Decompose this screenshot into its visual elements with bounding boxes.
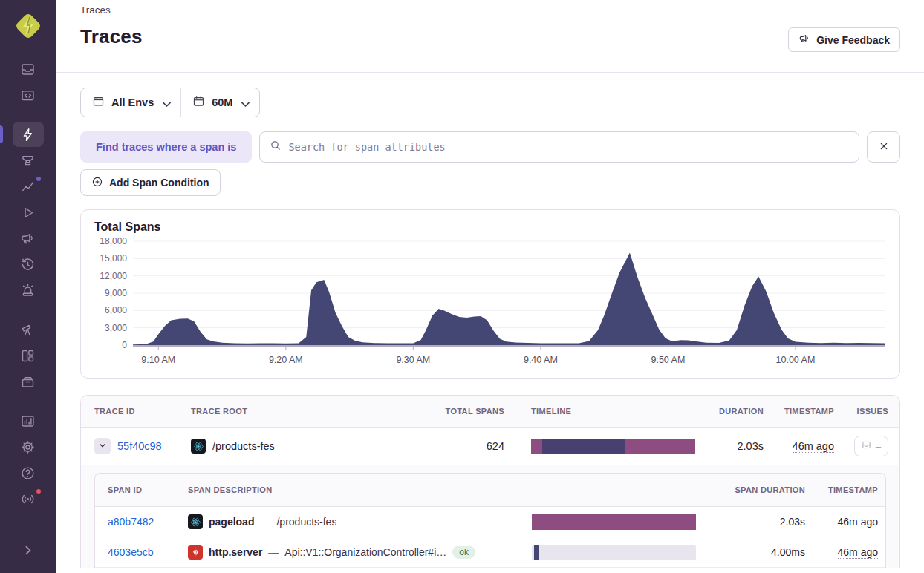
span-duration-value: 4.00ms: [710, 546, 805, 558]
col-duration: Duration: [712, 407, 764, 416]
timeline-bar: [532, 545, 696, 560]
notification-badge-dot: [35, 488, 42, 495]
calendar-icon: [192, 95, 205, 110]
sidebar-item-lightning-icon[interactable]: [13, 122, 44, 147]
timeline-bar: [531, 439, 695, 454]
timestamp-link[interactable]: 46m ago: [838, 546, 878, 559]
search-icon: [270, 140, 282, 154]
search-box[interactable]: [259, 131, 859, 163]
environment-filter-label: All Envs: [111, 96, 154, 108]
sidebar-item-megaphone-icon[interactable]: [13, 226, 44, 251]
sidebar-nav: [0, 56, 56, 460]
ruby-project-icon: [188, 545, 203, 560]
sidebar-item-broadcast-icon[interactable]: [13, 486, 44, 511]
search-row: Find traces where a span is: [80, 131, 900, 163]
sidebar-item-dashboard-icon[interactable]: [13, 343, 44, 368]
span-id-link[interactable]: 4603e5cb: [108, 546, 154, 558]
main-area: Traces Traces Give Feedback All Envs 60M…: [56, 0, 924, 573]
sidebar-item-telescope-icon[interactable]: [13, 317, 44, 342]
total-spans-area-chart: 03,0006,0009,00012,00015,00018,0009:10 A…: [94, 235, 886, 376]
issues-button[interactable]: –: [854, 436, 888, 456]
add-span-condition-button[interactable]: Add Span Condition: [80, 169, 221, 196]
timeline-segment: [532, 514, 696, 530]
trace-root-label: /products-fes: [212, 440, 275, 452]
timestamp-link[interactable]: 46m ago: [838, 516, 878, 528]
col-issues: Issues: [834, 407, 888, 416]
sidebar-item-archive-icon[interactable]: [13, 369, 44, 394]
svg-text:9:30 AM: 9:30 AM: [396, 355, 430, 365]
react-project-icon: [191, 439, 206, 454]
sidebar-item-chart-line-icon[interactable]: [13, 174, 44, 199]
span-table-row[interactable]: 4603e5cb http.server — Api::V1::Organiza…: [95, 537, 885, 568]
issues-count: –: [876, 441, 881, 452]
span-op-label: pageload: [209, 516, 254, 528]
breadcrumb[interactable]: Traces: [80, 4, 900, 16]
col-span-duration: Span Duration: [710, 485, 805, 494]
sidebar-item-help-icon[interactable]: [13, 460, 44, 485]
sidebar-item-stats-icon[interactable]: [13, 408, 44, 433]
trace-table-header: Trace ID Trace Root Total Spans Timeline…: [81, 396, 899, 428]
search-input[interactable]: [288, 141, 849, 153]
sidebar-item-code-folder-icon[interactable]: [13, 82, 44, 108]
plus-circle-icon: [91, 176, 103, 190]
trace-table-row[interactable]: 55f40c98 /products-fes 624 2.03s 46m ago…: [81, 428, 899, 465]
trace-id-link[interactable]: 55f40c98: [117, 440, 162, 452]
svg-text:3,000: 3,000: [105, 323, 127, 333]
sidebar-item-play-icon[interactable]: [13, 200, 44, 225]
span-duration-value: 2.03s: [710, 516, 805, 528]
chevron-down-icon: [160, 98, 169, 107]
area-chart-svg: 03,0006,0009,00012,00015,00018,0009:10 A…: [94, 235, 888, 373]
filter-bar: All Envs 60M: [80, 88, 260, 117]
sidebar-item-issues-icon[interactable]: [13, 56, 44, 82]
timestamp-link[interactable]: 46m ago: [793, 440, 834, 453]
timeline-bar: [532, 514, 696, 530]
svg-text:6,000: 6,000: [105, 305, 127, 315]
traces-table: Trace ID Trace Root Total Spans Timeline…: [80, 395, 900, 568]
svg-text:0: 0: [122, 340, 127, 350]
page-header: Traces Traces Give Feedback: [56, 0, 924, 73]
span-op-label: http.server: [209, 546, 262, 558]
time-range-label: 60M: [212, 96, 232, 108]
chevron-down-icon: [239, 98, 248, 107]
svg-text:9,000: 9,000: [105, 288, 127, 298]
timeline-segment: [531, 439, 542, 454]
total-spans-chart-panel: Total Spans 03,0006,0009,00012,00015,000…: [80, 209, 900, 379]
svg-text:18,000: 18,000: [100, 236, 127, 246]
sentry-logo-icon[interactable]: [13, 10, 44, 42]
col-span-timestamp: Timestamp: [805, 485, 878, 494]
span-table: Span ID Span Description Span Duration T…: [94, 473, 886, 568]
clear-search-button[interactable]: [867, 131, 900, 163]
span-status-badge: ok: [452, 546, 475, 559]
col-total-spans: Total Spans: [430, 407, 504, 416]
span-id-link[interactable]: a80b7482: [108, 516, 154, 528]
find-traces-pill: Find traces where a span is: [80, 131, 252, 163]
separator-dash: —: [268, 546, 279, 558]
svg-text:9:10 AM: 9:10 AM: [141, 355, 175, 365]
col-span-description: Span Description: [188, 485, 511, 494]
sidebar-item-projector-icon[interactable]: [13, 148, 44, 173]
chevron-down-icon: [98, 441, 107, 452]
span-table-row[interactable]: a80b7482 pageload — /products-fes 2.03s …: [95, 507, 885, 537]
react-project-icon: [188, 514, 203, 529]
give-feedback-label: Give Feedback: [816, 34, 890, 46]
chart-title: Total Spans: [94, 220, 886, 234]
notification-badge-dot: [35, 175, 42, 183]
timeline-segment: [542, 439, 625, 454]
time-range-dropdown[interactable]: 60M: [180, 88, 259, 117]
timeline-segment: [534, 545, 539, 560]
sidebar: [0, 0, 56, 573]
expand-trace-button[interactable]: [94, 438, 111, 454]
span-table-header: Span ID Span Description Span Duration T…: [95, 474, 885, 507]
sidebar-item-siren-icon[interactable]: [13, 278, 44, 303]
svg-text:9:20 AM: 9:20 AM: [269, 355, 303, 365]
separator-dash: —: [260, 516, 270, 528]
col-trace-id: Trace ID: [94, 407, 191, 416]
col-span-id: Span ID: [108, 485, 188, 494]
sidebar-collapse-button[interactable]: [13, 537, 44, 563]
give-feedback-button[interactable]: Give Feedback: [788, 27, 900, 52]
sidebar-item-history-icon[interactable]: [13, 252, 44, 277]
col-timeline: Timeline: [504, 407, 712, 416]
sidebar-item-gear-icon[interactable]: [13, 434, 44, 459]
environment-filter-dropdown[interactable]: All Envs: [81, 88, 180, 117]
megaphone-icon: [798, 33, 810, 47]
